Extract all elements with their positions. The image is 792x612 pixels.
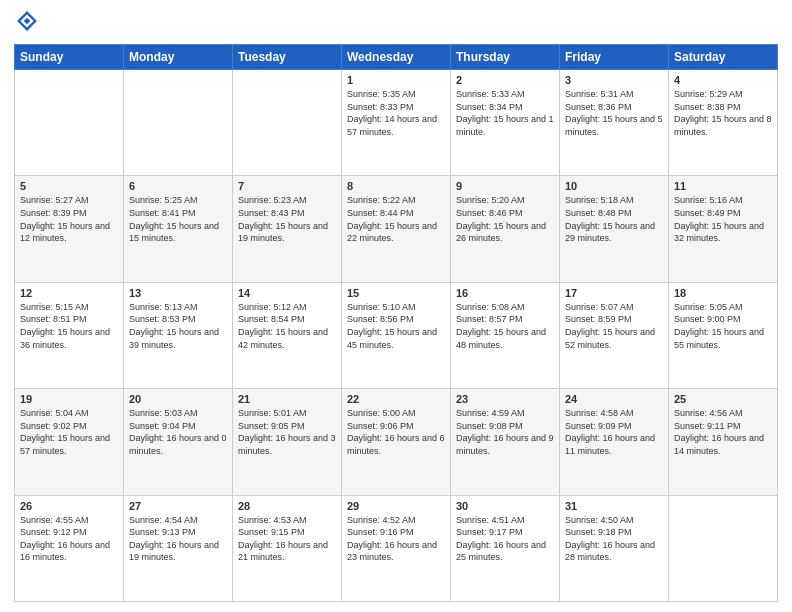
- day-info: Sunrise: 5:12 AMSunset: 8:54 PMDaylight:…: [238, 301, 336, 351]
- day-info: Sunrise: 4:53 AMSunset: 9:15 PMDaylight:…: [238, 514, 336, 564]
- week-row-1: 1Sunrise: 5:35 AMSunset: 8:33 PMDaylight…: [15, 70, 778, 176]
- day-number: 4: [674, 74, 772, 86]
- week-row-5: 26Sunrise: 4:55 AMSunset: 9:12 PMDayligh…: [15, 495, 778, 601]
- day-number: 27: [129, 500, 227, 512]
- day-number: 9: [456, 180, 554, 192]
- day-number: 20: [129, 393, 227, 405]
- day-info: Sunrise: 4:50 AMSunset: 9:18 PMDaylight:…: [565, 514, 663, 564]
- day-info: Sunrise: 5:03 AMSunset: 9:04 PMDaylight:…: [129, 407, 227, 457]
- day-number: 5: [20, 180, 118, 192]
- day-number: 6: [129, 180, 227, 192]
- day-info: Sunrise: 5:00 AMSunset: 9:06 PMDaylight:…: [347, 407, 445, 457]
- day-number: 22: [347, 393, 445, 405]
- day-info: Sunrise: 5:01 AMSunset: 9:05 PMDaylight:…: [238, 407, 336, 457]
- weekday-header-row: SundayMondayTuesdayWednesdayThursdayFrid…: [15, 45, 778, 70]
- weekday-header-tuesday: Tuesday: [233, 45, 342, 70]
- day-number: 17: [565, 287, 663, 299]
- weekday-header-monday: Monday: [124, 45, 233, 70]
- day-info: Sunrise: 5:22 AMSunset: 8:44 PMDaylight:…: [347, 194, 445, 244]
- day-number: 12: [20, 287, 118, 299]
- day-cell: 20Sunrise: 5:03 AMSunset: 9:04 PMDayligh…: [124, 389, 233, 495]
- day-cell: 17Sunrise: 5:07 AMSunset: 8:59 PMDayligh…: [560, 282, 669, 388]
- day-cell: 23Sunrise: 4:59 AMSunset: 9:08 PMDayligh…: [451, 389, 560, 495]
- day-info: Sunrise: 5:27 AMSunset: 8:39 PMDaylight:…: [20, 194, 118, 244]
- day-number: 8: [347, 180, 445, 192]
- day-info: Sunrise: 5:18 AMSunset: 8:48 PMDaylight:…: [565, 194, 663, 244]
- day-cell: 4Sunrise: 5:29 AMSunset: 8:38 PMDaylight…: [669, 70, 778, 176]
- day-cell: 10Sunrise: 5:18 AMSunset: 8:48 PMDayligh…: [560, 176, 669, 282]
- day-info: Sunrise: 4:55 AMSunset: 9:12 PMDaylight:…: [20, 514, 118, 564]
- day-info: Sunrise: 5:35 AMSunset: 8:33 PMDaylight:…: [347, 88, 445, 138]
- day-info: Sunrise: 5:29 AMSunset: 8:38 PMDaylight:…: [674, 88, 772, 138]
- day-number: 10: [565, 180, 663, 192]
- day-cell: 9Sunrise: 5:20 AMSunset: 8:46 PMDaylight…: [451, 176, 560, 282]
- day-info: Sunrise: 5:07 AMSunset: 8:59 PMDaylight:…: [565, 301, 663, 351]
- week-row-3: 12Sunrise: 5:15 AMSunset: 8:51 PMDayligh…: [15, 282, 778, 388]
- day-number: 7: [238, 180, 336, 192]
- day-info: Sunrise: 4:54 AMSunset: 9:13 PMDaylight:…: [129, 514, 227, 564]
- day-info: Sunrise: 4:52 AMSunset: 9:16 PMDaylight:…: [347, 514, 445, 564]
- day-cell: 13Sunrise: 5:13 AMSunset: 8:53 PMDayligh…: [124, 282, 233, 388]
- day-number: 13: [129, 287, 227, 299]
- day-number: 15: [347, 287, 445, 299]
- day-cell: 19Sunrise: 5:04 AMSunset: 9:02 PMDayligh…: [15, 389, 124, 495]
- day-number: 29: [347, 500, 445, 512]
- day-number: 1: [347, 74, 445, 86]
- day-cell: 6Sunrise: 5:25 AMSunset: 8:41 PMDaylight…: [124, 176, 233, 282]
- day-number: 3: [565, 74, 663, 86]
- day-info: Sunrise: 5:08 AMSunset: 8:57 PMDaylight:…: [456, 301, 554, 351]
- day-cell: [669, 495, 778, 601]
- day-info: Sunrise: 5:23 AMSunset: 8:43 PMDaylight:…: [238, 194, 336, 244]
- day-info: Sunrise: 5:25 AMSunset: 8:41 PMDaylight:…: [129, 194, 227, 244]
- day-number: 30: [456, 500, 554, 512]
- day-cell: 29Sunrise: 4:52 AMSunset: 9:16 PMDayligh…: [342, 495, 451, 601]
- week-row-4: 19Sunrise: 5:04 AMSunset: 9:02 PMDayligh…: [15, 389, 778, 495]
- day-info: Sunrise: 5:13 AMSunset: 8:53 PMDaylight:…: [129, 301, 227, 351]
- day-info: Sunrise: 5:33 AMSunset: 8:34 PMDaylight:…: [456, 88, 554, 138]
- day-cell: 27Sunrise: 4:54 AMSunset: 9:13 PMDayligh…: [124, 495, 233, 601]
- week-row-2: 5Sunrise: 5:27 AMSunset: 8:39 PMDaylight…: [15, 176, 778, 282]
- day-cell: 31Sunrise: 4:50 AMSunset: 9:18 PMDayligh…: [560, 495, 669, 601]
- day-cell: 5Sunrise: 5:27 AMSunset: 8:39 PMDaylight…: [15, 176, 124, 282]
- day-cell: 28Sunrise: 4:53 AMSunset: 9:15 PMDayligh…: [233, 495, 342, 601]
- calendar-table: SundayMondayTuesdayWednesdayThursdayFrid…: [14, 44, 778, 602]
- day-cell: 3Sunrise: 5:31 AMSunset: 8:36 PMDaylight…: [560, 70, 669, 176]
- day-info: Sunrise: 5:05 AMSunset: 9:00 PMDaylight:…: [674, 301, 772, 351]
- day-cell: 22Sunrise: 5:00 AMSunset: 9:06 PMDayligh…: [342, 389, 451, 495]
- day-cell: 7Sunrise: 5:23 AMSunset: 8:43 PMDaylight…: [233, 176, 342, 282]
- day-number: 26: [20, 500, 118, 512]
- day-cell: 8Sunrise: 5:22 AMSunset: 8:44 PMDaylight…: [342, 176, 451, 282]
- day-cell: 25Sunrise: 4:56 AMSunset: 9:11 PMDayligh…: [669, 389, 778, 495]
- day-info: Sunrise: 5:31 AMSunset: 8:36 PMDaylight:…: [565, 88, 663, 138]
- day-cell: 24Sunrise: 4:58 AMSunset: 9:09 PMDayligh…: [560, 389, 669, 495]
- day-info: Sunrise: 4:58 AMSunset: 9:09 PMDaylight:…: [565, 407, 663, 457]
- day-cell: 14Sunrise: 5:12 AMSunset: 8:54 PMDayligh…: [233, 282, 342, 388]
- day-number: 31: [565, 500, 663, 512]
- day-info: Sunrise: 5:10 AMSunset: 8:56 PMDaylight:…: [347, 301, 445, 351]
- day-cell: 26Sunrise: 4:55 AMSunset: 9:12 PMDayligh…: [15, 495, 124, 601]
- day-cell: 30Sunrise: 4:51 AMSunset: 9:17 PMDayligh…: [451, 495, 560, 601]
- day-number: 24: [565, 393, 663, 405]
- day-cell: 11Sunrise: 5:16 AMSunset: 8:49 PMDayligh…: [669, 176, 778, 282]
- day-info: Sunrise: 4:59 AMSunset: 9:08 PMDaylight:…: [456, 407, 554, 457]
- day-cell: [15, 70, 124, 176]
- day-number: 18: [674, 287, 772, 299]
- day-info: Sunrise: 4:56 AMSunset: 9:11 PMDaylight:…: [674, 407, 772, 457]
- day-number: 11: [674, 180, 772, 192]
- day-number: 16: [456, 287, 554, 299]
- weekday-header-thursday: Thursday: [451, 45, 560, 70]
- day-number: 28: [238, 500, 336, 512]
- day-cell: 21Sunrise: 5:01 AMSunset: 9:05 PMDayligh…: [233, 389, 342, 495]
- logo-icon: [16, 10, 38, 32]
- weekday-header-wednesday: Wednesday: [342, 45, 451, 70]
- weekday-header-sunday: Sunday: [15, 45, 124, 70]
- day-info: Sunrise: 5:04 AMSunset: 9:02 PMDaylight:…: [20, 407, 118, 457]
- header: [14, 10, 778, 36]
- weekday-header-saturday: Saturday: [669, 45, 778, 70]
- day-cell: 1Sunrise: 5:35 AMSunset: 8:33 PMDaylight…: [342, 70, 451, 176]
- day-number: 23: [456, 393, 554, 405]
- day-info: Sunrise: 5:16 AMSunset: 8:49 PMDaylight:…: [674, 194, 772, 244]
- day-cell: 2Sunrise: 5:33 AMSunset: 8:34 PMDaylight…: [451, 70, 560, 176]
- day-number: 21: [238, 393, 336, 405]
- weekday-header-friday: Friday: [560, 45, 669, 70]
